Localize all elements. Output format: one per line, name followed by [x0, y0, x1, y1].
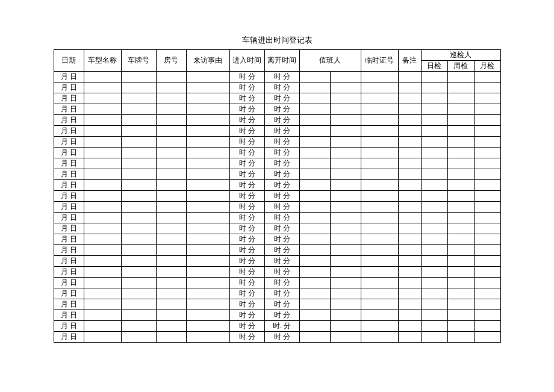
cell-monthly	[474, 82, 500, 93]
cell-model	[84, 223, 121, 234]
cell-weekly	[447, 321, 474, 332]
cell-date: 月 日	[54, 191, 84, 202]
cell-reason	[186, 213, 229, 223]
cell-monthly	[474, 191, 500, 202]
cell-reason	[186, 93, 229, 104]
cell-leave: 时 分	[264, 278, 299, 288]
cell-remark	[398, 126, 421, 137]
cell-duty-b	[330, 245, 361, 256]
cell-weekly	[447, 278, 474, 288]
cell-leave: 时 分	[264, 288, 299, 299]
cell-date: 月 日	[54, 267, 84, 278]
cell-plate	[121, 213, 156, 223]
col-leave: 离开时间	[264, 50, 299, 72]
cell-plate	[121, 288, 156, 299]
table-row: 月 日时 分时 分	[54, 245, 500, 256]
cell-reason	[186, 310, 229, 321]
cell-enter: 时 分	[229, 104, 264, 115]
cell-model	[84, 213, 121, 223]
cell-model	[84, 126, 121, 137]
cell-leave: 时 分	[264, 104, 299, 115]
cell-leave: 时 分	[264, 82, 299, 93]
table-row: 月 日时 分时 分	[54, 180, 500, 191]
cell-weekly	[447, 299, 474, 310]
table-row: 月 日时 分时 分	[54, 191, 500, 202]
cell-room	[156, 148, 186, 158]
cell-duty-b	[330, 158, 361, 169]
table-row: 月 日时 分时 分	[54, 288, 500, 299]
cell-daily	[421, 137, 447, 148]
cell-date: 月 日	[54, 278, 84, 288]
cell-duty-a	[299, 332, 330, 343]
cell-room	[156, 72, 186, 82]
cell-date: 月 日	[54, 72, 84, 82]
cell-duty-a	[299, 82, 330, 93]
cell-room	[156, 202, 186, 213]
cell-remark	[398, 93, 421, 104]
cell-enter: 时 分	[229, 310, 264, 321]
cell-plate	[121, 104, 156, 115]
cell-room	[156, 267, 186, 278]
cell-weekly	[447, 126, 474, 137]
cell-duty-a	[299, 126, 330, 137]
cell-model	[84, 82, 121, 93]
cell-room	[156, 169, 186, 180]
cell-daily	[421, 148, 447, 158]
cell-plate	[121, 299, 156, 310]
cell-monthly	[474, 104, 500, 115]
cell-enter: 时 分	[229, 169, 264, 180]
cell-duty-a	[299, 148, 330, 158]
cell-duty-a	[299, 202, 330, 213]
cell-model	[84, 115, 121, 126]
table-row: 月 日时 分时 分	[54, 213, 500, 223]
cell-enter: 时 分	[229, 93, 264, 104]
cell-weekly	[447, 213, 474, 223]
cell-date: 月 日	[54, 180, 84, 191]
cell-date: 月 日	[54, 137, 84, 148]
cell-remark	[398, 169, 421, 180]
cell-monthly	[474, 321, 500, 332]
cell-weekly	[447, 245, 474, 256]
cell-daily	[421, 158, 447, 169]
cell-plate	[121, 158, 156, 169]
cell-plate	[121, 180, 156, 191]
cell-daily	[421, 213, 447, 223]
cell-duty-b	[330, 82, 361, 93]
table-row: 月 日时 分时 分	[54, 267, 500, 278]
cell-plate	[121, 72, 156, 82]
cell-model	[84, 180, 121, 191]
cell-enter: 时 分	[229, 332, 264, 343]
cell-plate	[121, 82, 156, 93]
cell-duty-a	[299, 104, 330, 115]
cell-daily	[421, 310, 447, 321]
cell-date: 月 日	[54, 288, 84, 299]
table-row: 月 日时 分时 分	[54, 278, 500, 288]
cell-duty-b	[330, 72, 361, 82]
cell-temp	[361, 180, 398, 191]
cell-daily	[421, 126, 447, 137]
cell-reason	[186, 256, 229, 267]
cell-plate	[121, 223, 156, 234]
cell-date: 月 日	[54, 202, 84, 213]
cell-temp	[361, 213, 398, 223]
table-row: 月 日时 分时 分	[54, 148, 500, 158]
table-row: 月 日时 分时 分	[54, 137, 500, 148]
cell-reason	[186, 82, 229, 93]
cell-date: 月 日	[54, 213, 84, 223]
cell-monthly	[474, 93, 500, 104]
cell-model	[84, 202, 121, 213]
col-daily: 日检	[421, 61, 447, 72]
cell-weekly	[447, 310, 474, 321]
cell-duty-b	[330, 191, 361, 202]
table-row: 月 日时 分时 分	[54, 299, 500, 310]
cell-reason	[186, 180, 229, 191]
cell-remark	[398, 256, 421, 267]
cell-room	[156, 256, 186, 267]
cell-temp	[361, 310, 398, 321]
cell-model	[84, 278, 121, 288]
cell-daily	[421, 278, 447, 288]
cell-weekly	[447, 158, 474, 169]
cell-duty-a	[299, 191, 330, 202]
cell-weekly	[447, 288, 474, 299]
cell-leave: 时 分	[264, 267, 299, 278]
